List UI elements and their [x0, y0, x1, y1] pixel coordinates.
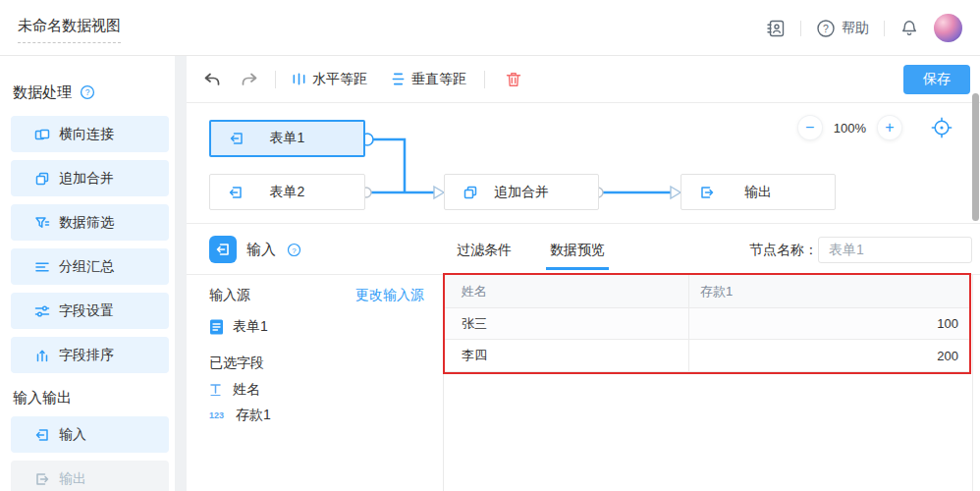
input-icon [215, 242, 231, 257]
flow-node-append-merge[interactable]: 追加合并 [444, 174, 599, 210]
flow-node-form1[interactable]: 表单1 [209, 120, 365, 157]
sidebar-item-data-filter[interactable]: 数据筛选 [11, 204, 169, 241]
vertical-spacing-label: 垂直等距 [411, 71, 466, 88]
panel-title: 输入 [246, 241, 276, 259]
vertical-spacing-icon [391, 72, 406, 86]
sidebar-item-group-summary[interactable]: 分组汇总 [11, 248, 169, 285]
data-preview-area: 姓名 存款1 张三 100 李四 200 [444, 275, 980, 491]
table-cell: 100 [688, 308, 970, 339]
help-circle-icon[interactable]: ? [287, 243, 301, 257]
sidebar-item-horizontal-join[interactable]: 横向连接 [11, 116, 169, 152]
config-panel-body: 输入源 更改输入源 表单1 已选字段 姓名 [187, 275, 980, 491]
text-field-icon [209, 383, 222, 397]
zoom-in-button[interactable]: + [878, 116, 901, 139]
panel-tabs: 过滤条件 数据预览 [457, 224, 605, 275]
field-item-deposit[interactable]: 123 存款1 [209, 407, 424, 423]
horizontal-spacing-button[interactable]: 水平等距 [292, 71, 367, 88]
help-circle-icon[interactable]: ? [80, 84, 95, 100]
flow-node-form2[interactable]: 表单2 [209, 174, 365, 210]
canvas-scrollbar[interactable] [972, 93, 979, 221]
flow-node-output[interactable]: 输出 [681, 174, 836, 210]
zoom-controls: − 100% + [798, 116, 953, 139]
input-source-label: 输入源 [209, 287, 250, 304]
zoom-out-button[interactable]: − [798, 116, 822, 139]
bell-icon[interactable] [899, 19, 919, 38]
user-avatar[interactable] [934, 14, 962, 42]
svg-text:?: ? [823, 23, 829, 34]
sidebar-item-label: 字段设置 [59, 302, 114, 320]
sidebar-item-field-settings[interactable]: 字段设置 [11, 293, 169, 329]
sidebar-item-append-merge[interactable]: 追加合并 [11, 160, 169, 196]
field-sort-icon [34, 348, 50, 363]
data-preview-table: 姓名 存款1 张三 100 李四 200 [444, 275, 970, 372]
append-merge-icon [463, 185, 478, 200]
horizontal-spacing-label: 水平等距 [312, 71, 367, 88]
sidebar-item-label: 输入 [59, 426, 86, 444]
page-title[interactable]: 未命名数据视图 [18, 17, 121, 43]
input-icon [229, 131, 245, 146]
selected-fields-label: 已选字段 [209, 355, 424, 372]
field-name: 姓名 [233, 381, 260, 399]
main-area: 水平等距 垂直等距 保存 [187, 56, 980, 491]
input-icon [228, 185, 244, 200]
table-header-row: 姓名 存款1 [444, 275, 970, 308]
flow-canvas[interactable]: 表单1 表单2 追加合并 输出 − [187, 103, 980, 224]
sidebar-item-label: 分组汇总 [59, 258, 114, 276]
sidebar-item-label: 横向连接 [59, 126, 114, 143]
sidebar-section-processing: 数据处理 ? [13, 82, 175, 102]
io-items: 输入 输出 [0, 416, 175, 491]
horizontal-join-icon [34, 127, 50, 142]
undo-icon[interactable] [202, 70, 222, 89]
header-divider [884, 21, 885, 36]
help-button[interactable]: ? 帮助 [816, 19, 869, 38]
svg-text:?: ? [292, 246, 297, 255]
section-title: 数据处理 [13, 83, 72, 102]
number-field-icon: 123 [209, 410, 225, 420]
change-source-link[interactable]: 更改输入源 [355, 287, 424, 304]
output-icon [699, 185, 715, 200]
append-merge-icon [34, 171, 50, 187]
form-doc-icon [209, 319, 224, 335]
help-icon: ? [816, 19, 836, 38]
locate-icon[interactable] [931, 117, 953, 138]
source-name: 表单1 [233, 318, 268, 336]
sidebar-section-io: 输入输出 [13, 388, 175, 408]
input-icon [34, 427, 50, 443]
header-divider [800, 21, 801, 36]
sidebar-item-label: 输出 [59, 470, 86, 488]
data-view-editor: 未命名数据视图 ? 帮助 [0, 0, 980, 491]
source-item[interactable]: 表单1 [209, 318, 424, 336]
top-header: 未命名数据视图 ? 帮助 [0, 0, 980, 56]
redo-icon[interactable] [240, 70, 259, 89]
zoom-level: 100% [834, 121, 866, 136]
address-book-icon[interactable] [766, 19, 786, 38]
tab-data-preview[interactable]: 数据预览 [550, 224, 605, 275]
delete-icon[interactable] [505, 71, 522, 88]
config-panel-header: 输入 ? 过滤条件 数据预览 节点名称： [187, 224, 980, 275]
input-node-badge [209, 236, 237, 263]
table-cell: 李四 [444, 340, 688, 371]
horizontal-spacing-icon [292, 72, 306, 86]
field-item-name[interactable]: 姓名 [209, 381, 424, 398]
input-source-panel: 输入源 更改输入源 表单1 已选字段 姓名 [187, 275, 444, 491]
svg-text:?: ? [85, 87, 90, 97]
group-summary-icon [34, 259, 50, 275]
sidebar-item-output[interactable]: 输出 [11, 461, 169, 491]
panel-gutter [175, 56, 187, 491]
column-header[interactable]: 姓名 [444, 275, 688, 307]
table-row[interactable]: 张三 100 [444, 308, 970, 340]
plus-icon: + [885, 120, 894, 136]
canvas-toolbar: 水平等距 垂直等距 保存 [187, 56, 980, 103]
tab-filter-conditions[interactable]: 过滤条件 [457, 224, 512, 275]
sidebar-item-label: 追加合并 [59, 170, 114, 188]
sidebar-item-input[interactable]: 输入 [11, 416, 169, 453]
table-row[interactable]: 李四 200 [444, 340, 970, 372]
column-header[interactable]: 存款1 [688, 275, 970, 307]
table-right-border [972, 275, 973, 491]
sidebar: 数据处理 ? 横向连接 追加合并 [0, 56, 175, 491]
sidebar-item-field-sort[interactable]: 字段排序 [11, 337, 169, 373]
toolbar-divider [275, 71, 276, 88]
vertical-spacing-button[interactable]: 垂直等距 [391, 71, 466, 88]
node-name-input[interactable] [818, 237, 972, 263]
save-button[interactable]: 保存 [903, 65, 970, 94]
